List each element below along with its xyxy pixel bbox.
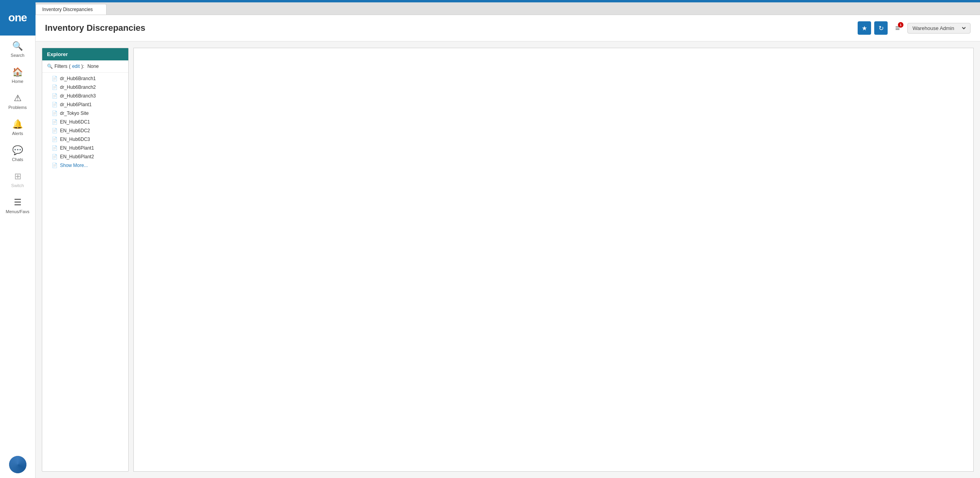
tab-inventory-discrepancies[interactable]: Inventory Discrepancies: [36, 4, 107, 15]
sidebar-item-label-alerts: Alerts: [12, 131, 23, 136]
file-icon: 📄: [52, 137, 58, 142]
sidebar-item-label-switch: Switch: [11, 183, 24, 188]
explorer-item-dr-hub6branch1[interactable]: 📄dr_Hub6Branch1: [42, 74, 128, 83]
show-more-button[interactable]: 📄Show More...: [42, 161, 128, 170]
explorer-item-label: dr_Hub6Branch1: [60, 76, 96, 81]
file-icon: 📄: [52, 154, 58, 159]
explorer-item-dr-hub6plant1[interactable]: 📄dr_Hub6Plant1: [42, 100, 128, 109]
explorer-header: Explorer: [42, 48, 128, 60]
explorer-item-dr-hub6branch3[interactable]: 📄dr_Hub6Branch3: [42, 92, 128, 100]
sidebar-item-label-search: Search: [11, 53, 24, 58]
explorer-item-label: EN_Hub6DC3: [60, 137, 90, 142]
file-icon: 📄: [52, 84, 58, 90]
header-actions: ★ ↻ ≡ 1 Warehouse AdminAdminUser: [858, 21, 971, 35]
sidebar-item-search[interactable]: 🔍 Search: [0, 36, 35, 62]
home-icon: 🏠: [12, 67, 23, 77]
explorer-item-en-hub6dc2[interactable]: 📄EN_Hub6DC2: [42, 126, 128, 135]
content-header: Inventory Discrepancies ★ ↻ ≡ 1 Warehous…: [36, 15, 980, 41]
sidebar: one 🔍 Search 🏠 Home ⚠ Problems 🔔 Alerts …: [0, 0, 36, 478]
explorer-item-label: dr_Hub6Branch3: [60, 93, 96, 99]
show-more-label: Show More...: [60, 163, 88, 168]
sidebar-item-label-menus: Menus/Favs: [6, 209, 30, 214]
logo-text: one: [8, 11, 27, 24]
main-right-content: [133, 48, 974, 472]
chats-icon: 💬: [12, 145, 23, 156]
file-icon: 📄: [52, 111, 58, 116]
content-area: Inventory Discrepancies ★ ↻ ≡ 1 Warehous…: [36, 15, 980, 478]
main-area: Inventory Discrepancies Inventory Discre…: [36, 0, 980, 478]
explorer-item-label: dr_Hub6Branch2: [60, 84, 96, 90]
explorer-item-label: EN_Hub6Plant1: [60, 145, 94, 151]
problems-icon: ⚠: [14, 93, 22, 103]
sidebar-nav: 🔍 Search 🏠 Home ⚠ Problems 🔔 Alerts 💬 Ch…: [0, 36, 35, 456]
alerts-icon: 🔔: [12, 119, 23, 129]
menu-button[interactable]: ≡ 1: [891, 21, 904, 35]
explorer-item-dr-tokyo-site[interactable]: 📄dr_Tokyo Site: [42, 109, 128, 118]
user-avatar[interactable]: [9, 456, 26, 473]
user-select[interactable]: Warehouse AdminAdminUser: [911, 25, 967, 32]
explorer-item-en-hub6dc3[interactable]: 📄EN_Hub6DC3: [42, 135, 128, 144]
refresh-button[interactable]: ↻: [874, 21, 888, 35]
explorer-item-en-hub6plant2[interactable]: 📄EN_Hub6Plant2: [42, 152, 128, 161]
explorer-item-en-hub6dc1[interactable]: 📄EN_Hub6DC1: [42, 118, 128, 126]
avatar-image: [9, 456, 26, 473]
explorer-list: 📄dr_Hub6Branch1📄dr_Hub6Branch2📄dr_Hub6Br…: [42, 73, 128, 471]
explorer-filters: 🔍 Filters ( edit ): None: [42, 60, 128, 73]
sidebar-item-label-problems: Problems: [8, 105, 26, 110]
file-icon: 📄: [52, 163, 58, 168]
filter-edit-link[interactable]: edit: [72, 64, 80, 69]
explorer-item-dr-hub6branch2[interactable]: 📄dr_Hub6Branch2: [42, 83, 128, 92]
explorer-item-label: dr_Hub6Plant1: [60, 102, 92, 107]
file-icon: 📄: [52, 145, 58, 151]
filter-paren-close: ):: [81, 64, 84, 69]
file-icon: 📄: [52, 102, 58, 107]
filters-label: Filters: [54, 64, 67, 69]
filters-value: None: [87, 64, 99, 69]
explorer-item-label: dr_Tokyo Site: [60, 111, 89, 116]
switch-icon: ⊞: [14, 171, 21, 182]
sidebar-item-problems[interactable]: ⚠ Problems: [0, 88, 35, 114]
sidebar-item-alerts[interactable]: 🔔 Alerts: [0, 114, 35, 140]
file-icon: 📄: [52, 76, 58, 81]
page-title: Inventory Discrepancies: [45, 23, 858, 33]
search-icon: 🔍: [47, 64, 53, 69]
file-icon: 📄: [52, 93, 58, 99]
sidebar-item-menus[interactable]: ☰ Menus/Favs: [0, 192, 35, 218]
explorer-panel: Explorer 🔍 Filters ( edit ): None 📄dr_Hu…: [42, 48, 129, 472]
explorer-item-label: EN_Hub6Plant2: [60, 154, 94, 159]
filter-paren-open: (: [69, 64, 71, 69]
sidebar-bottom: [0, 456, 35, 473]
notification-badge: 1: [898, 22, 903, 28]
app-logo[interactable]: one: [0, 0, 36, 36]
file-icon: 📄: [52, 128, 58, 133]
sidebar-item-home[interactable]: 🏠 Home: [0, 62, 35, 88]
menus-icon: ☰: [14, 197, 22, 208]
sidebar-item-label-home: Home: [12, 79, 23, 84]
explorer-item-label: EN_Hub6DC2: [60, 128, 90, 133]
sidebar-item-chats[interactable]: 💬 Chats: [0, 140, 35, 166]
explorer-item-en-hub6plant1[interactable]: 📄EN_Hub6Plant1: [42, 144, 128, 152]
user-dropdown[interactable]: Warehouse AdminAdminUser: [907, 23, 971, 34]
search-icon: 🔍: [12, 41, 23, 51]
favorite-button[interactable]: ★: [858, 21, 871, 35]
file-icon: 📄: [52, 119, 58, 125]
sidebar-item-label-chats: Chats: [12, 157, 23, 162]
explorer-item-label: EN_Hub6DC1: [60, 119, 90, 125]
sidebar-item-switch: ⊞ Switch: [0, 166, 35, 192]
content-body: Explorer 🔍 Filters ( edit ): None 📄dr_Hu…: [36, 41, 980, 478]
tab-bar: Inventory Discrepancies: [36, 2, 980, 15]
